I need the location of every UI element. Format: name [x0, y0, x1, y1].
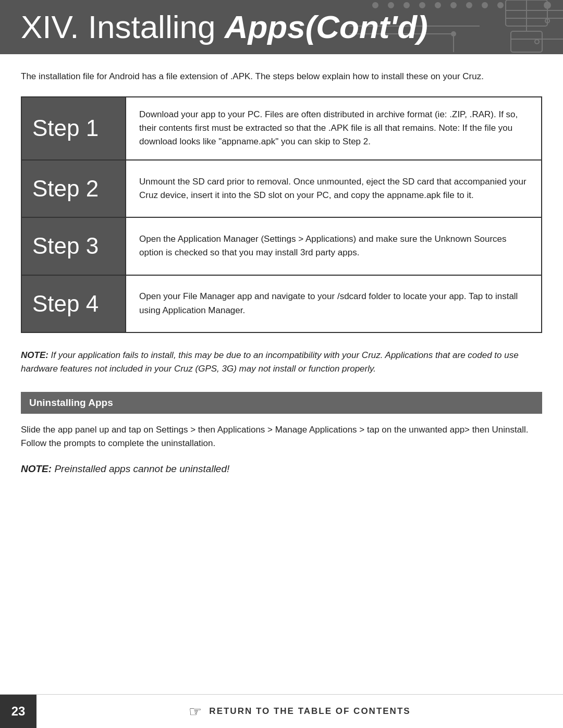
intro-paragraph: The installation file for Android has a … [21, 70, 542, 83]
step-2-content: Unmount the SD card prior to removal. On… [126, 160, 542, 217]
svg-point-15 [544, 2, 550, 8]
page-number: 23 [0, 695, 36, 729]
svg-point-8 [498, 3, 503, 8]
toc-link-text[interactable]: RETURN TO THE TABLE OF CONTENTS [209, 706, 410, 717]
step-3-content: Open the Application Manager (Settings >… [126, 217, 542, 275]
note-1-label: NOTE: [21, 350, 48, 360]
page-footer: 23 ☞ RETURN TO THE TABLE OF CONTENTS [0, 694, 563, 728]
step-1-label: Step 1 [32, 116, 115, 141]
step-2-row: Step 2 Unmount the SD card prior to remo… [21, 160, 542, 217]
svg-point-1 [388, 3, 394, 8]
uninstalling-section-header: Uninstalling Apps [21, 392, 542, 414]
main-content: The installation file for Android has a … [0, 54, 563, 503]
svg-point-0 [373, 3, 378, 8]
page-header: XIV. Installing Apps(Cont'd) [0, 0, 563, 54]
note-2-label: NOTE: [21, 463, 52, 474]
step-1-label-cell: Step 1 [21, 97, 126, 160]
steps-table: Step 1 Download your app to your PC. Fil… [21, 96, 542, 333]
step-4-row: Step 4 Open your File Manager app and na… [21, 275, 542, 332]
svg-point-6 [467, 3, 472, 8]
svg-point-2 [404, 3, 409, 8]
uninstalling-body-text: Slide the app panel up and tap on Settin… [21, 423, 542, 451]
step-3-row: Step 3 Open the Application Manager (Set… [21, 217, 542, 275]
step-2-label-cell: Step 2 [21, 160, 126, 217]
note-block-2: NOTE: Preinstalled apps cannot be uninst… [21, 462, 542, 477]
svg-point-5 [451, 3, 456, 8]
step-3-label: Step 3 [32, 233, 115, 258]
footer-center[interactable]: ☞ RETURN TO THE TABLE OF CONTENTS [36, 703, 563, 720]
step-1-content: Download your app to your PC. Files are … [126, 97, 542, 160]
step-3-label-cell: Step 3 [21, 217, 126, 275]
svg-point-4 [435, 3, 440, 8]
step-4-label-cell: Step 4 [21, 275, 126, 332]
step-4-label: Step 4 [32, 291, 115, 316]
step-4-content: Open your File Manager app and navigate … [126, 275, 542, 332]
svg-point-7 [482, 3, 487, 8]
note-1-text: If your application fails to install, th… [21, 350, 519, 374]
svg-point-3 [420, 3, 425, 8]
note-2-text: Preinstalled apps cannot be uninstalled! [52, 463, 229, 474]
page-title: XIV. Installing Apps(Cont'd) [21, 9, 542, 45]
note-block-1: NOTE: If your application fails to insta… [21, 349, 542, 376]
step-1-row: Step 1 Download your app to your PC. Fil… [21, 97, 542, 160]
hand-pointer-icon: ☞ [189, 703, 202, 720]
step-2-label: Step 2 [32, 176, 115, 201]
